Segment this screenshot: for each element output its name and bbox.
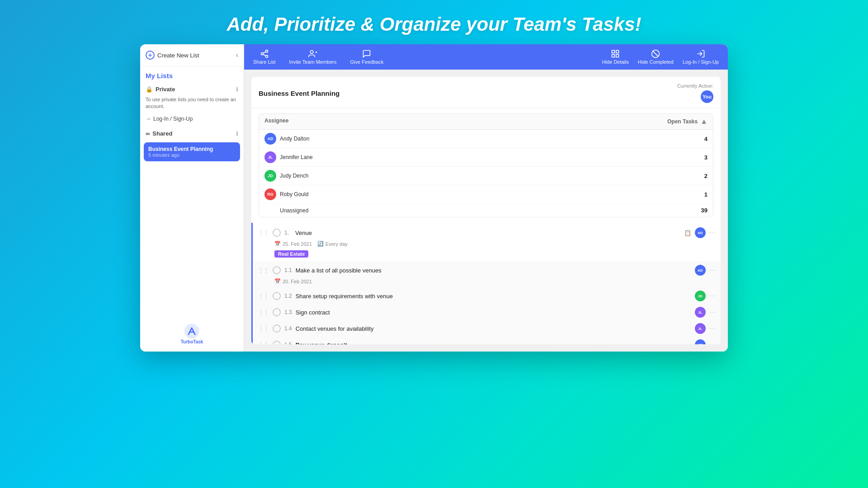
assignee-row-unassigned: Unassigned 39	[259, 204, 713, 217]
assignee-row-jennifer: JL Jennifer Lane 3	[259, 148, 713, 167]
svg-rect-9	[612, 51, 615, 53]
currently-active-label: Currently Active:	[677, 83, 713, 89]
invite-team-label: Invite Team Members	[289, 59, 337, 65]
assignee-count-unassigned: 39	[701, 207, 708, 214]
task-checkbox-1-1[interactable]	[273, 266, 281, 274]
shared-link-icon: ∞	[146, 130, 150, 137]
content-area: Business Event Planning Currently Active…	[244, 70, 728, 352]
task-meta-1-1: 📅 20. Feb 2021	[253, 277, 721, 287]
task-checkbox-1-2[interactable]	[273, 292, 281, 300]
calendar-icon-venue: 📅	[274, 241, 281, 247]
lock-icon: 🔒	[146, 86, 153, 93]
my-lists-title: My Lists	[140, 66, 244, 82]
task-name-venue: Venue	[295, 230, 680, 236]
svg-rect-10	[616, 51, 619, 53]
hide-details-label: Hide Details	[602, 59, 629, 65]
assignee-name-andy: Andy Dalton	[280, 136, 309, 142]
task-name-1-1: Make a list of all possible venues	[296, 267, 691, 274]
share-list-label: Share List	[253, 59, 276, 65]
calendar-icon-1-1: 📅	[274, 278, 281, 284]
task-number-1-3: 1.3	[284, 309, 292, 315]
turbotask-logo: TurboTask	[181, 323, 203, 344]
task-avatar-1-5: AD	[695, 339, 706, 344]
drag-handle-venue[interactable]: ⋮⋮	[258, 230, 269, 236]
private-section-header: 🔒 Private ℹ	[140, 82, 244, 96]
sidebar-collapse-button[interactable]: ‹	[236, 51, 238, 59]
task-avatar-1-4: JL	[695, 323, 706, 334]
top-bar-left: Share List Invite Team Members Give	[253, 49, 383, 65]
hide-completed-button[interactable]: Hide Completed	[638, 49, 674, 65]
sort-icon[interactable]: ▲	[700, 117, 708, 126]
task-name-1-2: Share setup requirements with venue	[296, 293, 691, 300]
you-avatar: You	[701, 90, 713, 103]
subtask-item-1-4: ⋮⋮ 1.4 Contact venues for availability J…	[251, 319, 721, 336]
task-recurrence-venue: Every day	[326, 241, 348, 247]
hide-completed-label: Hide Completed	[638, 59, 674, 65]
open-tasks-col-header: Open Tasks	[667, 118, 698, 125]
task-name-1-4: Contact venues for availability	[296, 325, 691, 332]
drag-handle-1-5[interactable]: ⋮⋮	[258, 342, 269, 344]
task-number-1-4: 1.4	[284, 325, 292, 332]
task-menu-venue[interactable]: ···	[709, 229, 715, 237]
share-list-button[interactable]: Share List	[253, 49, 276, 65]
page-title: Add, Prioritize & Organize your Team's T…	[226, 14, 641, 35]
assignee-avatar-jl: JL	[264, 151, 276, 163]
topbar-login-button[interactable]: Log-In / Sign-Up	[683, 49, 719, 65]
task-panel: Business Event Planning Currently Active…	[251, 77, 721, 344]
assignee-col-header: Assignee	[264, 117, 288, 126]
give-feedback-button[interactable]: Give Feedback	[350, 49, 383, 65]
assignee-row-roby: RG Roby Gould 1	[259, 185, 713, 204]
svg-point-0	[184, 324, 199, 338]
drag-handle-1-2[interactable]: ⋮⋮	[258, 293, 269, 299]
assignee-avatar-jd: JD	[264, 170, 276, 182]
hide-details-button[interactable]: Hide Details	[602, 49, 629, 65]
assignee-count-andy: 4	[704, 136, 708, 142]
shared-info-icon[interactable]: ℹ	[236, 130, 238, 137]
task-name-1-5: Pay venue deposit	[296, 342, 691, 345]
assignee-name-jennifer: Jennifer Lane	[280, 154, 313, 160]
task-checkbox-1-4[interactable]	[273, 324, 281, 333]
sidebar-header: + Create New List ‹	[140, 44, 244, 66]
logo-text: TurboTask	[181, 339, 203, 344]
svg-point-3	[265, 55, 268, 57]
task-menu-1-5[interactable]: ···	[709, 341, 715, 344]
task-meta-venue: 📅 25. Feb 2021 🔄 Every day	[253, 240, 721, 249]
subtask-item-1-2: ⋮⋮ 1.2 Share setup requirements with ven…	[251, 287, 721, 303]
svg-point-6	[310, 51, 313, 54]
subtask-item-1-3: ⋮⋮ 1.3 Sign contract JL ···	[251, 303, 721, 319]
task-menu-1-2[interactable]: ···	[709, 292, 715, 300]
create-new-list-button[interactable]: + Create New List	[146, 51, 199, 60]
top-bar: Share List Invite Team Members Give	[244, 44, 728, 70]
task-emoji-venue: 📋	[684, 230, 691, 236]
svg-line-4	[263, 54, 266, 56]
svg-point-1	[265, 50, 268, 52]
assignee-name-judy: Judy Dench	[280, 173, 308, 179]
invite-team-button[interactable]: Invite Team Members	[289, 49, 337, 65]
task-checkbox-1-5[interactable]	[273, 341, 281, 344]
svg-line-5	[263, 52, 266, 53]
logo-icon	[184, 323, 200, 339]
sidebar: + Create New List ‹ My Lists 🔒 Private ℹ…	[140, 44, 244, 352]
drag-handle-1-3[interactable]: ⋮⋮	[258, 309, 269, 315]
task-number-1-5: 1.5	[284, 342, 292, 344]
task-number-1-2: 1.2	[284, 293, 292, 299]
task-checkbox-1-3[interactable]	[273, 308, 281, 316]
drag-handle-1-1[interactable]: ⋮⋮	[258, 267, 269, 273]
subtask-item-1-1: ⋮⋮ 1.1 Make a list of all possible venue…	[251, 261, 721, 287]
share-icon	[260, 49, 269, 58]
drag-handle-1-4[interactable]: ⋮⋮	[258, 325, 269, 332]
assignee-avatar-ad: AD	[264, 133, 276, 145]
task-checkbox-venue[interactable]	[273, 229, 281, 237]
shared-list-item-business-event[interactable]: Business Event Planning 5 minutes ago	[144, 142, 240, 161]
assignee-count-roby: 1	[704, 191, 708, 198]
private-login-button[interactable]: → Log-In / Sign-Up	[140, 114, 244, 127]
task-date-1-1: 20. Feb 2021	[283, 279, 312, 284]
task-menu-1-3[interactable]: ···	[709, 308, 715, 316]
task-menu-1-1[interactable]: ···	[709, 266, 715, 274]
private-info-icon[interactable]: ℹ	[236, 86, 238, 93]
shared-list-item-time: 5 minutes ago	[148, 152, 236, 158]
task-avatar-1-3: JL	[695, 307, 706, 318]
plus-circle-icon: +	[146, 51, 155, 60]
task-menu-1-4[interactable]: ···	[709, 324, 715, 333]
task-tags-venue: Real Estate	[253, 249, 721, 261]
